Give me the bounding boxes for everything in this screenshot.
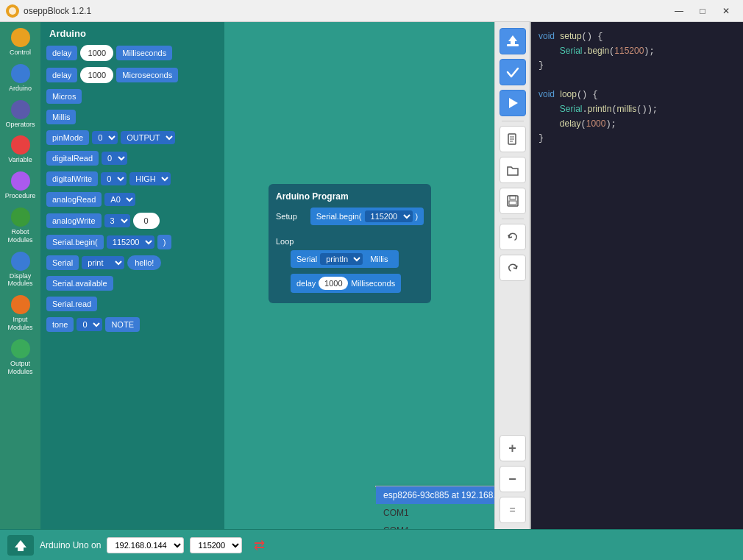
loop-delay-unit: Milliseconds: [351, 279, 395, 288]
sidebar-item-input-modules[interactable]: Input Modules: [2, 292, 39, 335]
save-file-button[interactable]: [500, 188, 526, 214]
titlebar: oseppBlock 1.2.1 — □ ✕: [0, 0, 743, 22]
zoom-reset-button[interactable]: =: [500, 497, 526, 523]
pinmode-mode-select[interactable]: OUTPUTINPUT: [121, 131, 175, 144]
serial-read-block[interactable]: Serial.read: [46, 297, 97, 311]
maximize-button[interactable]: □: [692, 3, 714, 19]
digitalwrite-val-select[interactable]: HIGHLOW: [129, 172, 171, 185]
canvas-area[interactable]: Arduino Program Setup Serial.begin( 1152…: [224, 22, 494, 529]
blocks-panel: Arduino delay Milliseconds delay Microse…: [40, 22, 224, 529]
svg-rect-10: [509, 201, 516, 205]
tone-block[interactable]: tone: [46, 317, 74, 332]
program-block: Arduino Program Setup Serial.begin( 1152…: [269, 184, 431, 303]
sidebar-item-control[interactable]: Control: [2, 25, 39, 60]
serial-print-label[interactable]: Serial: [46, 255, 79, 270]
block-analogread: analogRead A0A1A2: [46, 192, 218, 207]
pinmode-block[interactable]: pinMode: [46, 130, 89, 145]
loop-serial-text: Serial: [296, 255, 317, 263]
app-title: oseppBlock 1.2.1: [24, 6, 668, 16]
new-file-button[interactable]: [500, 126, 526, 152]
delay-us-unit[interactable]: Microseconds: [116, 68, 178, 82]
loop-println-select[interactable]: printlnprint: [320, 253, 363, 265]
statusbar-action-button[interactable]: ⇄: [248, 534, 271, 556]
millis-block[interactable]: Millis: [46, 110, 76, 124]
delay-ms-unit[interactable]: Milliseconds: [116, 46, 172, 60]
statusbar-baud-select[interactable]: 115200 9600 57600: [190, 537, 242, 553]
block-millis: Millis: [46, 110, 218, 124]
loop-millis-block[interactable]: Millis: [366, 253, 392, 265]
delay-us-block[interactable]: delay: [46, 68, 77, 82]
right-toolbar: + − =: [494, 22, 530, 529]
sidebar-item-display-modules[interactable]: Display Modules: [2, 249, 39, 291]
zoom-in-button[interactable]: +: [500, 435, 526, 461]
serial-print-value[interactable]: hello!: [127, 255, 161, 270]
sidebar-item-operators[interactable]: Operators: [2, 97, 39, 132]
open-file-button[interactable]: [500, 157, 526, 183]
svg-marker-11: [15, 540, 26, 551]
close-button[interactable]: ✕: [715, 3, 737, 19]
serial-begin-baud-select[interactable]: 115200960057600: [107, 235, 154, 249]
block-pinmode: pinMode 0123 OUTPUTINPUT: [46, 130, 218, 145]
digitalread-pin-select[interactable]: 012: [102, 152, 127, 165]
block-micros: Micros: [46, 89, 218, 104]
analogwrite-block[interactable]: analogWrite: [46, 213, 102, 228]
statusbar-port-select[interactable]: 192.168.0.144 COM1 COM4 COM3: [107, 537, 184, 553]
delay-ms-input[interactable]: [80, 45, 113, 61]
analogwrite-val-input[interactable]: [133, 213, 160, 229]
tone-note[interactable]: NOTE: [105, 317, 140, 332]
verify-button[interactable]: [500, 59, 526, 85]
svg-marker-3: [509, 98, 518, 108]
block-delay-ms: delay Milliseconds: [46, 45, 218, 61]
analogwrite-pin-select[interactable]: 356: [104, 214, 130, 227]
blocks-title: Arduino: [46, 28, 218, 39]
block-serial-begin: Serial.begin( 115200960057600 ): [46, 235, 218, 249]
delay-us-input[interactable]: [80, 67, 113, 83]
serial-begin-block[interactable]: Serial.begin(: [46, 235, 104, 249]
statusbar-upload-button[interactable]: [7, 535, 34, 556]
run-button[interactable]: [500, 90, 526, 116]
statusbar: Arduino Uno on 192.168.0.144 COM1 COM4 C…: [0, 529, 743, 560]
pinmode-pin-select[interactable]: 0123: [92, 131, 118, 144]
arduino-dot: [11, 64, 30, 83]
analogread-pin-select[interactable]: A0A1A2: [104, 193, 135, 206]
micros-block[interactable]: Micros: [46, 89, 82, 104]
block-analogwrite: analogWrite 356: [46, 213, 218, 229]
redo-button[interactable]: [500, 255, 526, 281]
analogread-block[interactable]: analogRead: [46, 192, 102, 207]
app-icon: [6, 4, 19, 18]
upload-button[interactable]: [500, 28, 526, 54]
dropdown-item-1[interactable]: COM1: [376, 504, 494, 522]
dropdown-item-2[interactable]: COM4: [376, 522, 494, 529]
setup-baud-select[interactable]: 1152009600: [365, 210, 413, 222]
toolbar-divider-1: [502, 121, 524, 121]
digitalwrite-block[interactable]: digitalWrite: [46, 171, 98, 186]
digitalread-block[interactable]: digitalRead: [46, 151, 99, 166]
loop-delay-block[interactable]: delay Milliseconds: [291, 274, 401, 293]
sidebar-item-procedure[interactable]: Procedure: [2, 169, 39, 203]
tone-pin-select[interactable]: 012: [77, 318, 102, 331]
serial-begin-close[interactable]: ): [157, 235, 172, 249]
sidebar-item-variable[interactable]: Variable: [2, 132, 39, 167]
sidebar-label-robot-modules: Robot Modules: [4, 228, 38, 244]
undo-button[interactable]: [500, 224, 526, 250]
sidebar-item-robot-modules[interactable]: Robot Modules: [2, 205, 39, 247]
variable-dot: [11, 135, 30, 155]
operators-dot: [11, 100, 30, 119]
digitalwrite-pin-select[interactable]: 012: [101, 172, 127, 185]
loop-delay-input[interactable]: [319, 277, 348, 290]
loop-serial-println-block[interactable]: Serial printlnprint Millis: [291, 250, 399, 268]
serial-available-block[interactable]: Serial.available: [46, 276, 113, 291]
serial-print-mode-select[interactable]: printprintln: [82, 256, 124, 269]
program-title: Arduino Program: [276, 191, 424, 202]
robot-modules-dot: [11, 208, 30, 227]
setup-serial-begin-block[interactable]: Serial.begin( 1152009600 ): [310, 208, 424, 225]
minimize-button[interactable]: —: [668, 3, 690, 19]
sidebar-item-output-modules[interactable]: Output Modules: [2, 336, 39, 379]
zoom-out-button[interactable]: −: [500, 466, 526, 492]
sidebar-item-arduino[interactable]: Arduino: [2, 61, 39, 96]
control-dot: [11, 28, 30, 47]
delay-ms-block[interactable]: delay: [46, 46, 77, 60]
sidebar-label-arduino: Arduino: [9, 85, 32, 93]
dropdown-item-0[interactable]: esp8266-93c885 at 192.168.0.144: [376, 486, 494, 504]
setup-label: Setup: [276, 212, 297, 221]
